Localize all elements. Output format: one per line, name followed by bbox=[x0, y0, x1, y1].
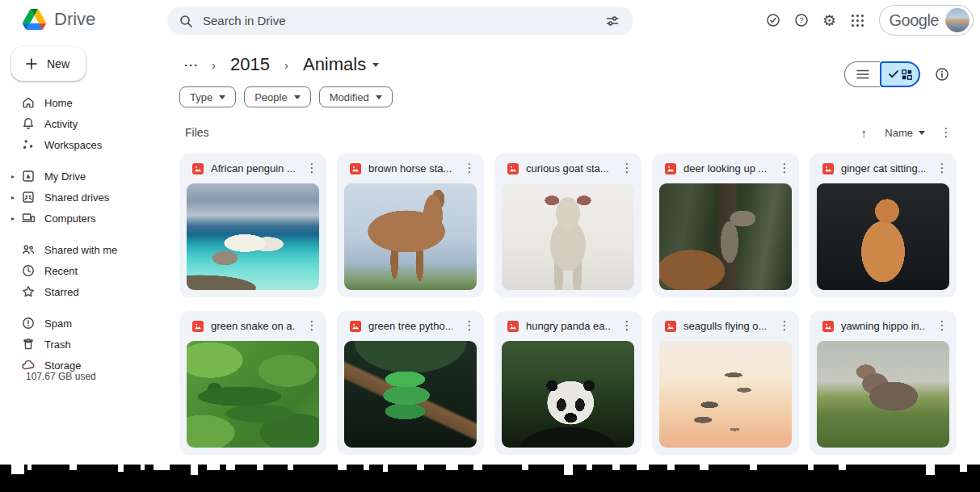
file-card-cat[interactable]: ginger cat sitting... ⋮ bbox=[810, 153, 957, 297]
new-button[interactable]: New bbox=[11, 47, 86, 81]
sidebar-item-label: Workspaces bbox=[44, 139, 102, 151]
file-thumbnail bbox=[187, 341, 319, 448]
breadcrumb-item-animals[interactable]: Animals bbox=[297, 53, 385, 77]
file-more-button[interactable]: ⋮ bbox=[302, 159, 322, 179]
sidebar-item-activity[interactable]: ▸ Activity bbox=[0, 113, 167, 134]
chevron-down-icon bbox=[372, 63, 379, 67]
sidebar-item-shared-drives[interactable]: ▸ Shared drives bbox=[0, 187, 167, 208]
sidebar-item-label: Activity bbox=[44, 118, 78, 130]
sidebar-item-computers[interactable]: ▸ Computers bbox=[0, 208, 167, 229]
drive-logo-area[interactable]: Drive bbox=[23, 9, 95, 30]
file-thumbnail bbox=[502, 341, 634, 448]
drive-logo-icon bbox=[23, 9, 46, 30]
sidebar-item-label: Home bbox=[44, 97, 73, 109]
sidebar-item-spam[interactable]: ▸ Spam bbox=[0, 313, 167, 334]
expand-arrow-icon[interactable]: ▸ bbox=[11, 194, 21, 201]
file-card-hippo[interactable]: yawning hippo in... ⋮ bbox=[810, 311, 957, 455]
file-card-header: deer looking up .... ⋮ bbox=[652, 153, 799, 183]
spam-icon bbox=[21, 316, 36, 330]
search-input[interactable] bbox=[203, 14, 601, 27]
filter-chip-type[interactable]: Type bbox=[179, 86, 236, 107]
sidebar-item-my-drive[interactable]: ▸ My Drive bbox=[0, 166, 167, 187]
file-card-penguin[interactable]: African penguin ... ⋮ bbox=[179, 153, 326, 297]
file-more-button[interactable]: ⋮ bbox=[775, 159, 794, 179]
details-button[interactable] bbox=[928, 61, 956, 88]
file-more-button[interactable]: ⋮ bbox=[775, 317, 794, 336]
file-card-seagulls[interactable]: seagulls flying o... ⋮ bbox=[652, 311, 799, 455]
shared-with-me-icon bbox=[21, 242, 36, 257]
help-icon: ? bbox=[793, 12, 810, 28]
grid-view-button-selected[interactable] bbox=[880, 61, 920, 87]
help-button[interactable]: ? bbox=[788, 6, 815, 34]
file-name: green tree pytho... bbox=[368, 320, 452, 332]
breadcrumb-more-button[interactable]: ··· bbox=[179, 58, 204, 72]
tune-icon bbox=[605, 14, 620, 28]
file-name: brown horse sta... bbox=[368, 162, 452, 175]
image-file-icon bbox=[507, 321, 519, 332]
file-card-header: ginger cat sitting... ⋮ bbox=[810, 153, 957, 183]
sidebar: New ▸ Home ▸ Activity ▸ Workspaces ▸ My … bbox=[0, 40, 167, 492]
search-icon bbox=[179, 14, 193, 28]
kebab-icon: ⋮ bbox=[779, 161, 791, 175]
more-options-button[interactable]: ⋮ bbox=[935, 121, 957, 144]
list-view-button[interactable] bbox=[844, 61, 880, 87]
image-file-icon bbox=[822, 321, 834, 332]
file-card-python[interactable]: green tree pytho... ⋮ bbox=[337, 311, 484, 455]
file-card-header: curious goat sta... ⋮ bbox=[494, 153, 641, 183]
settings-button[interactable]: ⚙ bbox=[816, 6, 843, 34]
apps-grid-button[interactable] bbox=[844, 6, 872, 34]
workspaces-icon bbox=[21, 137, 36, 152]
file-more-button[interactable]: ⋮ bbox=[460, 317, 479, 336]
google-account-pill[interactable]: Google bbox=[879, 5, 974, 36]
expand-arrow-icon[interactable]: ▸ bbox=[11, 173, 21, 180]
sidebar-item-recent[interactable]: ▸ Recent bbox=[0, 260, 167, 281]
expand-arrow-icon[interactable]: ▸ bbox=[11, 215, 21, 222]
sidebar-item-starred[interactable]: ▸ Starred bbox=[0, 281, 167, 302]
file-more-button[interactable]: ⋮ bbox=[302, 317, 322, 336]
sidebar-item-workspaces[interactable]: ▸ Workspaces bbox=[0, 134, 167, 155]
file-card-deer[interactable]: deer looking up .... ⋮ bbox=[652, 153, 799, 297]
grid-view-icon bbox=[902, 69, 912, 80]
search-options-button[interactable] bbox=[601, 10, 624, 32]
avatar[interactable] bbox=[945, 8, 969, 32]
trash-icon bbox=[21, 337, 36, 351]
file-more-button[interactable]: ⋮ bbox=[932, 317, 952, 336]
filter-chip-modified[interactable]: Modified bbox=[319, 86, 393, 107]
sidebar-item-shared-with-me[interactable]: ▸ Shared with me bbox=[0, 239, 167, 260]
sort-controls: ↑ Name ⋮ bbox=[852, 121, 957, 144]
file-more-button[interactable]: ⋮ bbox=[932, 159, 952, 179]
offline-status-button[interactable] bbox=[759, 6, 787, 34]
sort-direction-button[interactable]: ↑ bbox=[852, 121, 875, 144]
sidebar-item-label: Shared drives bbox=[44, 191, 109, 204]
files-grid: African penguin ... ⋮ brown horse sta...… bbox=[179, 153, 957, 455]
search-bar[interactable] bbox=[167, 6, 633, 35]
file-card-snake[interactable]: green snake on a... ⋮ bbox=[179, 311, 326, 455]
file-card-panda[interactable]: hungry panda ea... ⋮ bbox=[494, 311, 641, 455]
sidebar-item-trash[interactable]: ▸ Trash bbox=[0, 334, 167, 355]
kebab-icon: ⋮ bbox=[779, 318, 791, 333]
filter-chip-people[interactable]: People bbox=[244, 86, 310, 107]
offline-check-icon bbox=[765, 12, 781, 28]
file-thumbnail bbox=[659, 341, 792, 448]
shared-drives-icon bbox=[21, 190, 36, 204]
home-icon bbox=[21, 95, 36, 110]
file-more-button[interactable]: ⋮ bbox=[617, 317, 637, 336]
sort-by-button[interactable]: Name bbox=[878, 124, 932, 142]
breadcrumb-item-2015[interactable]: 2015 bbox=[224, 53, 276, 77]
sidebar-item-home[interactable]: ▸ Home bbox=[0, 92, 167, 113]
plus-icon bbox=[24, 57, 39, 71]
file-card-goat[interactable]: curious goat sta... ⋮ bbox=[494, 153, 641, 297]
recent-icon bbox=[21, 263, 36, 278]
chevron-right-icon: › bbox=[284, 58, 288, 72]
sidebar-section: ▸ Home ▸ Activity ▸ Workspaces bbox=[0, 92, 167, 155]
file-thumbnail bbox=[502, 183, 634, 290]
files-header-row: Files ↑ Name ⋮ bbox=[185, 121, 957, 144]
my-drive-icon bbox=[21, 169, 36, 183]
file-card-horse[interactable]: brown horse sta... ⋮ bbox=[337, 153, 484, 297]
activity-icon bbox=[21, 116, 36, 131]
google-wordmark: Google bbox=[890, 11, 940, 30]
file-more-button[interactable]: ⋮ bbox=[460, 159, 479, 179]
file-more-button[interactable]: ⋮ bbox=[617, 159, 637, 179]
file-name: yawning hippo in... bbox=[841, 320, 925, 332]
file-card-header: seagulls flying o... ⋮ bbox=[652, 311, 799, 341]
